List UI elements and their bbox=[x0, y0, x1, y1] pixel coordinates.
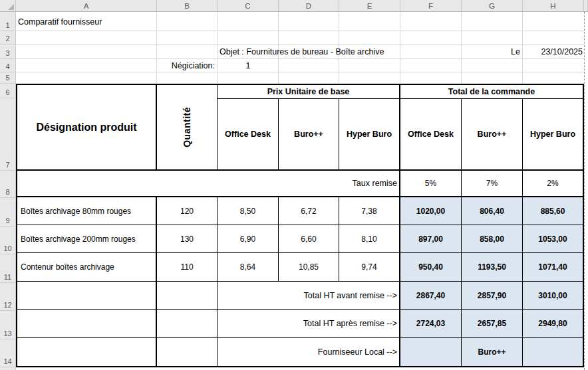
cell-empty[interactable] bbox=[157, 282, 218, 310]
row-header-2[interactable]: 2 bbox=[0, 31, 15, 45]
cell-total-after[interactable]: 2657,85 bbox=[462, 310, 523, 338]
quantity-header-label: Quantité bbox=[182, 107, 192, 147]
cell-total-before[interactable]: 2857,90 bbox=[462, 282, 523, 310]
cell-unit-price[interactable]: 6,72 bbox=[279, 197, 339, 225]
cell-empty[interactable] bbox=[157, 310, 218, 338]
column-header-c[interactable]: C bbox=[218, 0, 279, 11]
page-break-line bbox=[584, 12, 585, 370]
comparison-table: Désignation produit Quantité Prix Unitai… bbox=[16, 84, 584, 367]
cell-total-before[interactable]: 2867,40 bbox=[400, 282, 462, 310]
cell-date[interactable]: 23/10/2025 bbox=[523, 45, 583, 59]
cell-order-total[interactable]: 858,00 bbox=[462, 225, 523, 253]
cell-product-qty[interactable]: 110 bbox=[157, 253, 218, 282]
row-header-10[interactable]: 10 bbox=[0, 227, 15, 254]
cell-objet[interactable]: Objet : Fournitures de bureau - Boîte ar… bbox=[220, 45, 486, 59]
cell-unit-price[interactable]: 7,38 bbox=[339, 197, 400, 225]
cell-product-name[interactable]: Boîtes archivage 200mm rouges bbox=[17, 225, 157, 253]
row-header-bar: 1 2 3 4 5 6 7 8 9 10 11 12 13 14 bbox=[0, 12, 16, 370]
cell-order-total[interactable]: 1020,00 bbox=[400, 197, 462, 225]
cell-order-total[interactable]: 806,40 bbox=[462, 197, 523, 225]
cell-unit-price[interactable]: 10,85 bbox=[279, 253, 339, 282]
select-all-corner[interactable] bbox=[0, 0, 16, 11]
cell-local-supplier-empty[interactable] bbox=[523, 338, 583, 366]
row-header-7[interactable]: 7 bbox=[0, 98, 15, 171]
cell-local-supplier-empty[interactable] bbox=[400, 338, 462, 366]
cell-total-after[interactable]: 2724,03 bbox=[400, 310, 462, 338]
cell-order-total[interactable]: 1071,40 bbox=[523, 253, 583, 282]
column-header-d[interactable]: D bbox=[279, 0, 339, 11]
spreadsheet-window: A B C D E F G H 1 2 3 4 5 6 7 8 9 10 11 … bbox=[0, 0, 588, 370]
cell-unit-price[interactable]: 9,74 bbox=[339, 253, 400, 282]
cell-order-total-group-header[interactable]: Total de la commande bbox=[400, 85, 583, 99]
cell-product-qty[interactable]: 120 bbox=[157, 197, 218, 225]
cell-empty[interactable] bbox=[17, 310, 157, 338]
cell-order-total[interactable]: 1053,00 bbox=[523, 225, 583, 253]
cell-total-after-label[interactable]: Total HT après remise --> bbox=[218, 310, 400, 338]
column-header-b[interactable]: B bbox=[157, 0, 218, 11]
cell-unit-price[interactable]: 8,64 bbox=[218, 253, 279, 282]
cell-discount-2[interactable]: 2% bbox=[523, 171, 583, 197]
cell-le-label[interactable]: Le bbox=[462, 45, 520, 59]
row-header-12[interactable]: 12 bbox=[0, 283, 15, 311]
cell-product-qty[interactable]: 130 bbox=[157, 225, 218, 253]
cell-title[interactable]: Comparatif fournisseur bbox=[18, 12, 218, 31]
cell-negotiation-label[interactable]: Négiciation: bbox=[157, 59, 215, 72]
column-header-a[interactable]: A bbox=[16, 0, 157, 11]
cell-designation-header[interactable]: Désignation produit bbox=[17, 85, 157, 171]
cell-empty[interactable] bbox=[157, 338, 218, 366]
cell-unit-price[interactable]: 8,50 bbox=[218, 197, 279, 225]
row-header-4[interactable]: 4 bbox=[0, 59, 15, 72]
cell-discount-1[interactable]: 7% bbox=[462, 171, 523, 197]
cell-discount-0[interactable]: 5% bbox=[400, 171, 462, 197]
column-header-h[interactable]: H bbox=[523, 0, 584, 11]
row-header-6[interactable]: 6 bbox=[0, 84, 15, 98]
cell-discount-label[interactable]: Taux remise bbox=[17, 171, 400, 197]
cell-unit-price[interactable]: 6,90 bbox=[218, 225, 279, 253]
cell-product-name[interactable]: Contenur boîtes archivage bbox=[17, 253, 157, 282]
column-header-g[interactable]: G bbox=[462, 0, 523, 11]
column-header-e[interactable]: E bbox=[339, 0, 400, 11]
cell-supplier-total-2[interactable]: Hyper Buro bbox=[523, 99, 583, 171]
cell-order-total[interactable]: 950,40 bbox=[400, 253, 462, 282]
cell-supplier-total-0[interactable]: Office Desk bbox=[400, 99, 462, 171]
cell-total-before[interactable]: 3010,00 bbox=[523, 282, 583, 310]
column-header-bar: A B C D E F G H bbox=[0, 0, 588, 12]
cell-quantity-header[interactable]: Quantité bbox=[157, 85, 218, 171]
row-header-8[interactable]: 8 bbox=[0, 171, 15, 198]
cell-empty[interactable] bbox=[17, 282, 157, 310]
cell-order-total[interactable]: 885,60 bbox=[523, 197, 583, 225]
row-header-3[interactable]: 3 bbox=[0, 45, 15, 59]
cell-unit-price-group-header[interactable]: Prix Unitaire de base bbox=[218, 85, 400, 99]
column-header-filler bbox=[584, 0, 588, 11]
row-header-5[interactable]: 5 bbox=[0, 72, 15, 84]
row-header-13[interactable]: 13 bbox=[0, 311, 15, 339]
row-header-1[interactable]: 1 bbox=[0, 12, 15, 31]
cell-negotiation-value[interactable]: 1 bbox=[218, 59, 279, 72]
cell-unit-price[interactable]: 8,10 bbox=[339, 225, 400, 253]
cell-total-after[interactable]: 2949,80 bbox=[523, 310, 583, 338]
cell-supplier-unit-2[interactable]: Hyper Buro bbox=[339, 99, 400, 171]
sheet-canvas: Comparatif fournisseur Objet : Fournitur… bbox=[16, 12, 588, 370]
cell-supplier-unit-1[interactable]: Buro++ bbox=[279, 99, 339, 171]
cell-order-total[interactable]: 1193,50 bbox=[462, 253, 523, 282]
select-all-triangle-icon bbox=[8, 4, 14, 10]
cell-local-supplier-label[interactable]: Fourniseeur Local --> bbox=[218, 338, 400, 366]
cell-unit-price[interactable]: 6,60 bbox=[279, 225, 339, 253]
cell-order-total[interactable]: 897,00 bbox=[400, 225, 462, 253]
cell-empty[interactable] bbox=[17, 338, 157, 366]
cell-local-supplier-value[interactable]: Buro++ bbox=[462, 338, 523, 366]
row-header-11[interactable]: 11 bbox=[0, 254, 15, 283]
row-header-14[interactable]: 14 bbox=[0, 339, 15, 367]
row-header-9[interactable]: 9 bbox=[0, 198, 15, 227]
cell-supplier-unit-0[interactable]: Office Desk bbox=[218, 99, 279, 171]
cell-product-name[interactable]: Boîtes archivage 80mm rouges bbox=[17, 197, 157, 225]
column-header-f[interactable]: F bbox=[400, 0, 462, 11]
cell-supplier-total-1[interactable]: Buro++ bbox=[462, 99, 523, 171]
cell-total-before-label[interactable]: Total HT avant remise --> bbox=[218, 282, 400, 310]
